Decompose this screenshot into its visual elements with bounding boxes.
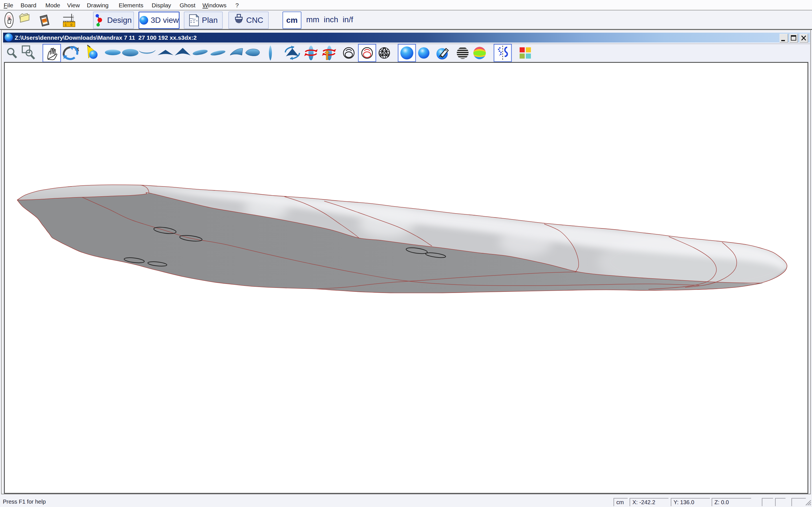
svg-text:0: 0: [70, 23, 72, 26]
svg-text:1: 1: [65, 23, 66, 26]
